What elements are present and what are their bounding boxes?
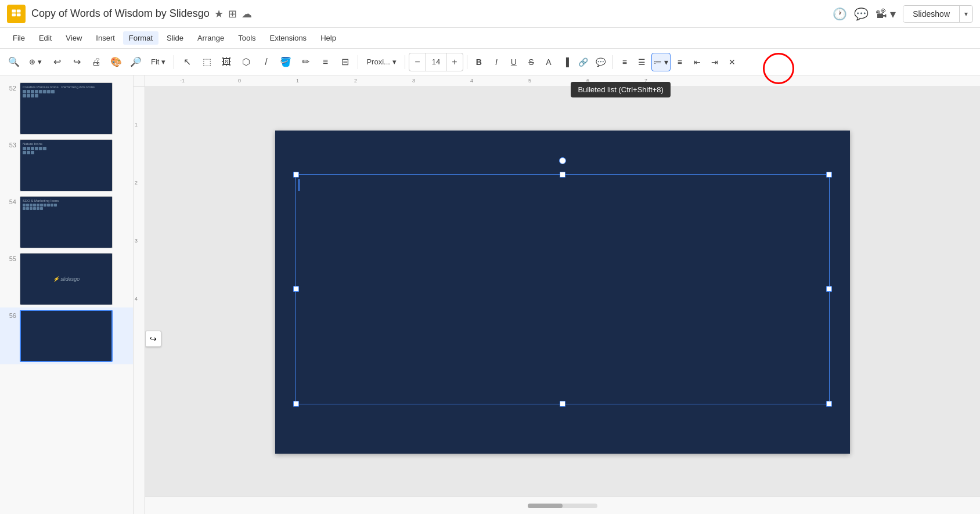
slide-number-54: 54 (5, 196, 16, 205)
menu-tools[interactable]: Tools (232, 31, 261, 45)
shape-button[interactable]: ⬡ (237, 53, 255, 71)
align-left-button[interactable]: ≡ (617, 53, 633, 71)
ruler-h-4: 4 (470, 78, 473, 84)
separator-4 (467, 55, 467, 69)
horizontal-scrollbar-track[interactable] (528, 504, 597, 508)
slideshow-button[interactable]: Slideshow ▾ (903, 5, 973, 23)
bulleted-list-button[interactable]: ≔ ▾ (651, 53, 671, 71)
cloud-icon[interactable]: ☁ (242, 8, 252, 20)
ruler-v-3: 3 (135, 238, 138, 244)
pen-button[interactable]: ✏ (296, 53, 315, 71)
font-size-control[interactable]: − 14 + (409, 53, 463, 71)
indent-decrease-button[interactable]: ⇤ (689, 53, 705, 71)
menu-extensions[interactable]: Extensions (264, 31, 313, 45)
line-button[interactable]: / (257, 53, 275, 71)
ruler-horizontal: -1 0 1 2 3 4 5 6 7 (145, 75, 980, 87)
redo-button[interactable]: ↪ (67, 53, 86, 71)
numbered-list-button[interactable]: ≡ (672, 53, 688, 71)
present-dropdown-icon[interactable]: 📽 ▾ (875, 7, 896, 21)
slide-thumb-52-inner: Creative Process Icons Performing Arts I… (20, 83, 112, 134)
paintformat-button[interactable]: 🎨 (107, 53, 125, 71)
handle-middle-left[interactable] (293, 286, 299, 292)
zoom-fit-dropdown[interactable]: Fit ▾ (146, 53, 170, 71)
separator-1 (174, 55, 174, 69)
slide-thumb-55[interactable]: ⚡ slidesgo (20, 253, 113, 305)
menu-edit[interactable]: Edit (33, 31, 57, 45)
slide-item-52[interactable]: 52 Creative Process Icons Performing Art… (0, 80, 133, 137)
cursor-button[interactable]: ↖ (178, 53, 196, 71)
slide-thumb-56[interactable] (20, 310, 113, 362)
format-icon-overlay[interactable]: ↪ (145, 331, 161, 347)
slide-thumb-56-inner (21, 311, 111, 361)
link-button[interactable]: 🔗 (575, 53, 592, 71)
undo-button[interactable]: ↩ (48, 53, 66, 71)
folder-icon[interactable]: ⊞ (228, 8, 237, 20)
select-button[interactable]: ⬚ (197, 53, 216, 71)
handle-bottom-left[interactable] (293, 401, 299, 407)
handle-rotation[interactable] (559, 157, 566, 164)
handle-bottom-right[interactable] (826, 401, 832, 407)
italic-button[interactable]: I (488, 53, 505, 71)
slide-item-54[interactable]: 54 SEO & Marketing Icons (0, 194, 133, 251)
slide-item-53[interactable]: 53 Nature Icons (0, 137, 133, 194)
slide-thumb-54[interactable]: SEO & Marketing Icons (20, 196, 113, 248)
handle-top-left[interactable] (293, 172, 299, 178)
align-button[interactable]: ≡ (316, 53, 334, 71)
slide-item-56[interactable]: 56 (0, 307, 133, 364)
menu-help[interactable]: Help (315, 31, 342, 45)
svg-rect-3 (17, 13, 21, 16)
strikethrough-button[interactable]: S (523, 53, 539, 71)
slideshow-label[interactable]: Slideshow (903, 6, 960, 22)
slide-panel[interactable]: 52 Creative Process Icons Performing Art… (0, 75, 134, 514)
menu-format[interactable]: Format (123, 31, 158, 45)
menu-bar: File Edit View Insert Format Slide Arran… (0, 28, 980, 49)
font-size-minus[interactable]: − (409, 53, 426, 71)
slide-thumb-53[interactable]: Nature Icons (20, 139, 113, 191)
star-icon[interactable]: ★ (214, 8, 224, 20)
bold-button[interactable]: B (471, 53, 487, 71)
ruler-h-0: 0 (238, 78, 241, 84)
zoom-add-dropdown[interactable]: ⊕ ▾ (24, 53, 46, 71)
slideshow-dropdown-icon[interactable]: ▾ (960, 6, 972, 21)
wordsaround-button[interactable]: ⊟ (336, 53, 354, 71)
slide-canvas-container: ↪ (145, 87, 980, 497)
canvas-area: -1 0 1 2 3 4 5 6 7 1 2 3 4 (134, 75, 980, 514)
menu-insert[interactable]: Insert (90, 31, 121, 45)
menu-arrange[interactable]: Arrange (192, 31, 230, 45)
handle-top-right[interactable] (826, 172, 832, 178)
add-comment-button[interactable]: 💬 (593, 53, 609, 71)
zoom-fit-label: Fit (151, 57, 159, 66)
line-spacing-button[interactable]: ☰ (634, 53, 650, 71)
separator-5 (613, 55, 613, 69)
ruler-h-neg1: -1 (180, 78, 185, 84)
search-button[interactable]: 🔍 (5, 53, 23, 71)
slide-thumb-52[interactable]: Creative Process Icons Performing Arts I… (20, 82, 113, 135)
ruler-h-1: 1 (296, 78, 299, 84)
slide-canvas[interactable] (275, 131, 850, 454)
font-size-value[interactable]: 14 (426, 53, 446, 71)
bucket-button[interactable]: 🪣 (276, 53, 295, 71)
handle-middle-right[interactable] (826, 286, 832, 292)
font-size-plus[interactable]: + (446, 53, 463, 71)
handle-bottom-middle[interactable] (560, 401, 565, 407)
slide-item-55[interactable]: 55 ⚡ slidesgo (0, 251, 133, 307)
handle-top-middle[interactable] (560, 172, 565, 178)
zoom-button[interactable]: 🔎 (127, 53, 145, 71)
menu-view[interactable]: View (60, 31, 88, 45)
highlight-button[interactable]: ▐ (558, 53, 574, 71)
horizontal-scrollbar-thumb[interactable] (528, 504, 563, 508)
textcolor-button[interactable]: A (541, 53, 557, 71)
bottom-scrollbar[interactable] (145, 497, 980, 514)
comment-icon[interactable]: 💬 (854, 7, 869, 21)
clear-formatting-button[interactable]: ✕ (724, 53, 740, 71)
slide-thumb-53-inner: Nature Icons (20, 140, 112, 191)
font-dropdown[interactable]: Proxi... ▾ (362, 53, 401, 71)
menu-file[interactable]: File (7, 31, 31, 45)
image-button[interactable]: 🖼 (217, 53, 236, 71)
menu-slide[interactable]: Slide (161, 31, 189, 45)
history-icon[interactable]: 🕐 (833, 7, 847, 21)
underline-button[interactable]: U (506, 53, 522, 71)
indent-increase-button[interactable]: ⇥ (707, 53, 723, 71)
doc-title: Copy of Words of Wisdom by Slidesgo (31, 8, 210, 20)
print-button[interactable]: 🖨 (87, 53, 106, 71)
